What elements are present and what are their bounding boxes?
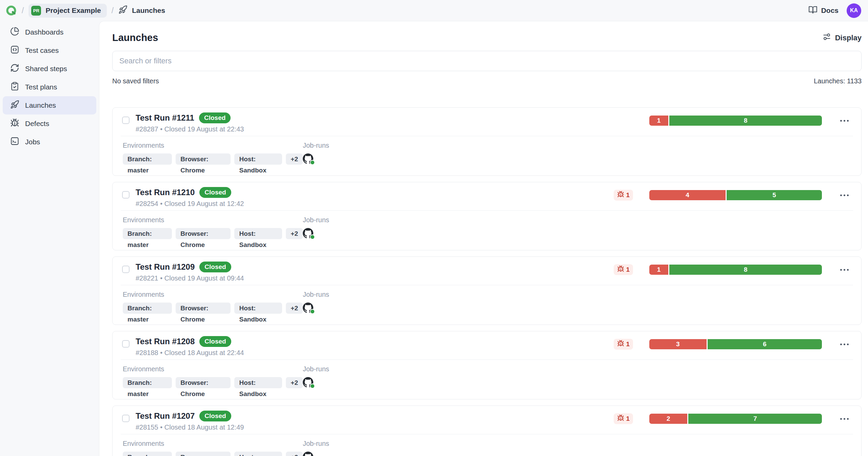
sidebar-item-dashboards[interactable]: Dashboards xyxy=(3,23,96,41)
job-status-dot xyxy=(310,309,315,314)
sidebar-item-launches[interactable]: Launches xyxy=(3,96,96,115)
breadcrumb-section-label: Launches xyxy=(132,6,165,15)
sidebar-item-label: Test plans xyxy=(25,83,57,91)
no-saved-filters-text: No saved filters xyxy=(112,77,159,85)
more-actions-button[interactable] xyxy=(840,266,849,273)
run-checkbox[interactable] xyxy=(122,117,130,124)
job-runs-label: Job-runs xyxy=(303,291,329,298)
status-badge: Closed xyxy=(199,411,231,421)
environment-badge[interactable]: Host: Sandbox xyxy=(234,228,282,239)
environment-badge[interactable]: Browser: Chrome xyxy=(176,228,231,239)
job-runs-label: Job-runs xyxy=(303,216,329,224)
topbar-right: Docs KA xyxy=(808,3,861,18)
run-meta: #28254 • Closed 19 August at 12:42 xyxy=(136,200,244,208)
environment-badge[interactable]: Branch: master xyxy=(123,228,172,239)
github-icon xyxy=(303,452,313,456)
test-run-card: Test Run #1210 Closed #28254 • Closed 19… xyxy=(112,182,862,250)
passed-segment[interactable]: 8 xyxy=(669,265,822,275)
failed-segment[interactable]: 3 xyxy=(649,339,707,349)
bug-icon xyxy=(10,118,19,129)
environments-more-badge[interactable]: +2 xyxy=(286,228,303,239)
defect-chip[interactable]: 1 xyxy=(614,264,633,275)
environment-badge[interactable]: Host: Sandbox xyxy=(234,153,282,165)
more-actions-button[interactable] xyxy=(840,415,849,422)
environment-badge[interactable]: Branch: master xyxy=(123,303,172,314)
more-actions-button[interactable] xyxy=(840,192,849,199)
breadcrumb-separator: / xyxy=(112,6,114,15)
status-badge: Closed xyxy=(199,187,231,198)
environments-label: Environments xyxy=(123,142,303,149)
display-button[interactable]: Display xyxy=(822,32,862,43)
environment-badges: Branch: masterBrowser: ChromeHost: Sandb… xyxy=(123,377,303,388)
launches-count: Launches: 1133 xyxy=(814,77,862,85)
environments-more-badge[interactable]: +2 xyxy=(286,452,303,456)
passed-segment[interactable]: 5 xyxy=(727,190,822,200)
sliders-icon xyxy=(822,32,831,43)
environment-badge[interactable]: Browser: Chrome xyxy=(176,153,231,165)
environments-label: Environments xyxy=(123,291,303,298)
failed-segment[interactable]: 1 xyxy=(649,265,668,275)
search-input[interactable] xyxy=(112,51,862,71)
environment-badge[interactable]: Host: Sandbox xyxy=(234,452,282,456)
run-title[interactable]: Test Run #1207 xyxy=(136,411,195,421)
top-bar: / PR Project Example / Launches Docs xyxy=(0,0,868,21)
run-title[interactable]: Test Run #1211 xyxy=(136,113,194,123)
environment-badge[interactable]: Browser: Chrome xyxy=(176,452,231,456)
environments-label: Environments xyxy=(123,440,303,448)
sidebar-item-shared-steps[interactable]: Shared steps xyxy=(3,60,96,78)
sidebar-item-jobs[interactable]: Jobs xyxy=(3,133,96,151)
environment-badge[interactable]: Browser: Chrome xyxy=(176,377,231,388)
github-job-run[interactable] xyxy=(303,452,313,456)
run-checkbox[interactable] xyxy=(122,266,130,273)
run-meta: #28221 • Closed 19 August at 09:44 xyxy=(136,274,244,282)
environment-badge[interactable]: Host: Sandbox xyxy=(234,377,282,388)
sidebar-item-test-cases[interactable]: Test cases xyxy=(3,41,96,60)
job-status-dot xyxy=(310,384,315,389)
more-actions-button[interactable] xyxy=(840,341,849,348)
passed-segment[interactable]: 8 xyxy=(669,116,822,126)
sidebar-item-test-plans[interactable]: Test plans xyxy=(3,78,96,96)
environment-badge[interactable]: Host: Sandbox xyxy=(234,303,282,314)
environments-more-badge[interactable]: +2 xyxy=(286,303,303,314)
app-logo-icon[interactable] xyxy=(5,5,17,16)
failed-segment[interactable]: 4 xyxy=(649,190,726,200)
rocket-icon xyxy=(10,100,19,111)
job-runs-label: Job-runs xyxy=(303,142,329,149)
environments-more-badge[interactable]: +2 xyxy=(286,153,303,165)
github-job-run[interactable] xyxy=(303,377,313,388)
github-job-run[interactable] xyxy=(303,153,313,164)
environment-badges: Branch: masterBrowser: ChromeHost: Sandb… xyxy=(123,228,303,239)
environment-badge[interactable]: Branch: master xyxy=(123,377,172,388)
defect-chip[interactable]: 1 xyxy=(614,413,633,424)
run-checkbox[interactable] xyxy=(122,415,130,422)
project-abbr-badge: PR xyxy=(31,6,41,16)
run-title[interactable]: Test Run #1210 xyxy=(136,188,195,197)
passed-segment[interactable]: 6 xyxy=(708,339,822,349)
passed-segment[interactable]: 7 xyxy=(688,414,822,424)
failed-segment[interactable]: 2 xyxy=(649,414,687,424)
sidebar-item-defects[interactable]: Defects xyxy=(3,115,96,133)
defect-count: 1 xyxy=(626,415,630,422)
environments-more-badge[interactable]: +2 xyxy=(286,377,303,388)
results-bar: 1 8 xyxy=(649,265,822,275)
defect-chip[interactable]: 1 xyxy=(614,190,633,201)
breadcrumb-launches[interactable]: Launches xyxy=(118,5,165,16)
docs-button[interactable]: Docs xyxy=(808,5,839,16)
more-actions-button[interactable] xyxy=(840,117,849,124)
environment-badge[interactable]: Browser: Chrome xyxy=(176,303,231,314)
breadcrumb-project[interactable]: PR Project Example xyxy=(28,4,106,18)
run-title[interactable]: Test Run #1208 xyxy=(136,337,195,346)
environment-badge[interactable]: Branch: master xyxy=(123,153,172,165)
sidebar-item-label: Test cases xyxy=(25,46,59,55)
defect-chip[interactable]: 1 xyxy=(614,339,633,350)
run-checkbox[interactable] xyxy=(122,340,130,348)
github-job-run[interactable] xyxy=(303,303,313,313)
failed-segment[interactable]: 1 xyxy=(649,116,668,126)
user-avatar[interactable]: KA xyxy=(847,3,861,18)
github-job-run[interactable] xyxy=(303,228,313,239)
run-checkbox[interactable] xyxy=(122,191,130,199)
environment-badge[interactable]: Branch: master xyxy=(123,452,172,456)
job-status-dot xyxy=(310,234,315,240)
pie-chart-icon xyxy=(10,27,19,38)
run-title[interactable]: Test Run #1209 xyxy=(136,262,195,272)
